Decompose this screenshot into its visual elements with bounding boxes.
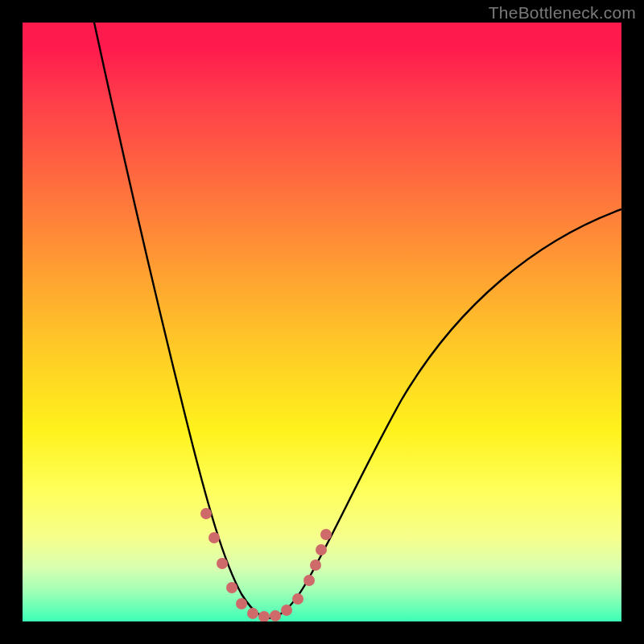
marker-dot (270, 610, 281, 621)
marker-dot (303, 575, 315, 586)
chart-frame: TheBottleneck.com (0, 0, 644, 644)
marker-dots-group (200, 508, 332, 621)
plot-area (23, 23, 621, 621)
curve-path (94, 23, 621, 618)
marker-dot (320, 529, 332, 540)
marker-dot (258, 611, 270, 621)
marker-dot (200, 508, 212, 519)
marker-dot (247, 608, 258, 619)
bottleneck-curve (23, 23, 621, 621)
marker-dot (208, 532, 220, 543)
marker-dot (310, 559, 321, 571)
watermark-text: TheBottleneck.com (489, 3, 636, 23)
marker-dot (316, 544, 327, 555)
marker-dot (281, 605, 292, 616)
marker-dot (292, 593, 303, 605)
marker-dot (226, 582, 237, 593)
marker-dot (236, 598, 247, 609)
marker-dot (217, 558, 228, 569)
